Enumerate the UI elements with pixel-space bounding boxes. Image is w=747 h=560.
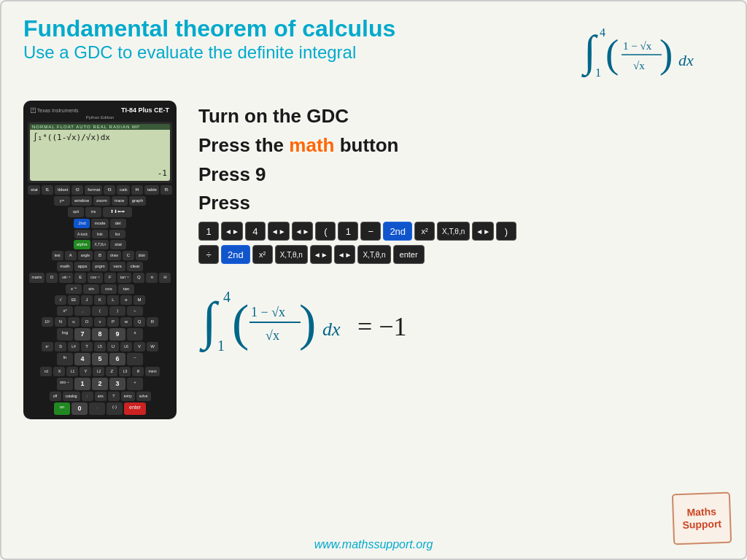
calc-btn-stat2[interactable]: stat xyxy=(110,240,126,249)
calc-btn-m[interactable]: M xyxy=(133,295,145,305)
calc-btn-2nd[interactable]: 2nd xyxy=(74,219,90,228)
calc-btn-k[interactable]: K xyxy=(94,295,106,305)
calc-btn-ee[interactable]: EE xyxy=(68,295,80,305)
calc-btn-o[interactable]: O xyxy=(81,317,93,327)
calc-btn-mem[interactable]: mem xyxy=(145,367,159,376)
calc-btn-j[interactable]: J xyxy=(81,295,93,305)
calc-btn-l3[interactable]: L3 xyxy=(119,367,131,376)
calc-btn-2[interactable]: 2 xyxy=(92,378,108,390)
calc-btn-del[interactable]: del xyxy=(110,219,126,228)
calc-btn-b[interactable]: B xyxy=(94,251,106,260)
calc-btn-f4[interactable]: f4 xyxy=(131,185,143,195)
calc-btn-l1[interactable]: L1 xyxy=(66,367,78,376)
calc-btn-q3[interactable]: ? xyxy=(108,392,120,401)
calc-btn-test[interactable]: test xyxy=(52,251,63,260)
calc-btn-clear[interactable]: clear xyxy=(127,262,143,271)
calc-btn-off[interactable]: off xyxy=(50,392,61,401)
calc-btn-theta[interactable]: θ xyxy=(132,367,144,376)
calc-btn-log[interactable]: log xyxy=(57,328,73,341)
calc-btn-xinv[interactable]: x⁻¹ xyxy=(66,284,82,294)
key2-x2[interactable]: x² xyxy=(252,245,273,264)
calc-btn-link[interactable]: link xyxy=(92,230,108,238)
calc-btn-alock[interactable]: A-lock xyxy=(74,230,90,238)
calc-btn-l[interactable]: L xyxy=(107,295,119,305)
calc-btn-l2[interactable]: L2 xyxy=(93,367,104,376)
key2-enter[interactable]: enter xyxy=(393,245,425,264)
calc-btn-q[interactable]: Q xyxy=(133,273,144,282)
calc-btn-mul[interactable]: x xyxy=(127,328,143,341)
calc-btn-stat[interactable]: stat xyxy=(28,185,40,195)
calc-btn-1[interactable]: 1 xyxy=(74,378,90,390)
calc-btn-calc[interactable]: calc xyxy=(117,185,130,195)
key-xtn[interactable]: X,T,θ,n xyxy=(437,222,470,241)
calc-btn-0[interactable]: 0 xyxy=(71,402,88,415)
calc-btn-tan[interactable]: tan xyxy=(118,284,134,294)
calc-btn-list[interactable]: list xyxy=(109,230,125,238)
calc-btn-l4[interactable]: L4 xyxy=(68,342,80,351)
key-minus[interactable]: − xyxy=(360,222,381,241)
calc-btn-q2[interactable]: Q xyxy=(133,317,145,327)
key-arrow1[interactable]: ◄► xyxy=(221,222,243,241)
calc-btn-rcl[interactable]: rcl xyxy=(40,367,52,376)
calc-btn-f2[interactable]: f2 xyxy=(71,185,83,195)
calc-btn-sin-inv[interactable]: sin⁻¹ xyxy=(59,273,73,282)
calc-btn-dot[interactable]: . xyxy=(89,402,105,415)
key2-2nd[interactable]: 2nd xyxy=(221,245,250,264)
calc-btn-comma[interactable]: , xyxy=(74,306,90,316)
calc-btn-sto[interactable]: sto→ xyxy=(57,378,73,390)
key2-arrow2[interactable]: ◄► xyxy=(334,245,356,264)
calc-btn-f3[interactable]: f3 xyxy=(104,185,115,195)
calc-btn-7[interactable]: 7 xyxy=(74,328,90,341)
calc-btn-pi[interactable]: π xyxy=(146,273,158,282)
key-arrow2[interactable]: ◄► xyxy=(268,222,290,241)
calc-btn-format[interactable]: format xyxy=(85,185,102,195)
calc-btn-a[interactable]: A xyxy=(65,251,77,260)
calc-btn-p[interactable]: P xyxy=(107,317,119,327)
calc-btn-5[interactable]: 5 xyxy=(92,353,108,365)
calc-btn-neg[interactable]: (-) xyxy=(107,402,123,415)
calc-btn-10x[interactable]: 10ˣ xyxy=(42,317,53,327)
calc-btn-w[interactable]: w xyxy=(120,317,132,327)
calc-btn-r[interactable]: R xyxy=(147,317,158,327)
calc-btn-catalog[interactable]: catalog xyxy=(63,392,80,401)
calc-btn-8[interactable]: 8 xyxy=(92,328,108,341)
calc-btn-6[interactable]: 6 xyxy=(109,353,125,365)
key-lparen[interactable]: ( xyxy=(315,222,336,241)
calc-btn-draw[interactable]: draw xyxy=(107,251,121,260)
calc-btn-d[interactable]: D xyxy=(46,273,58,282)
calc-btn-quit[interactable]: quit xyxy=(68,207,84,217)
key-arrow4[interactable]: ◄► xyxy=(472,222,494,241)
calc-btn-s[interactable]: S xyxy=(55,342,66,351)
calc-btn-ans[interactable]: ans xyxy=(95,392,107,401)
calc-btn-plus[interactable]: + xyxy=(127,378,143,390)
key-4[interactable]: 4 xyxy=(245,222,266,241)
calc-btn-rparen[interactable]: ) xyxy=(109,306,125,316)
calc-btn-t[interactable]: T xyxy=(81,342,93,351)
calc-btn-lparen[interactable]: ( xyxy=(92,306,108,316)
calc-btn-alpha[interactable]: alpha xyxy=(74,240,90,249)
calc-btn-e[interactable]: E xyxy=(74,273,86,282)
calc-btn-vars[interactable]: vars xyxy=(109,262,125,271)
key-rparen[interactable]: ) xyxy=(496,222,516,241)
calc-btn-n[interactable]: N xyxy=(55,317,66,327)
key-2nd[interactable]: 2nd xyxy=(383,222,412,241)
calc-btn-xt[interactable]: X,T,θ,n xyxy=(92,240,109,249)
key2-xtn2[interactable]: X,T,θ,n xyxy=(357,245,390,264)
calc-btn-e2[interactable]: e xyxy=(120,295,132,305)
calc-btn-sin[interactable]: sin xyxy=(83,284,99,294)
calc-btn-v[interactable]: v xyxy=(94,317,106,327)
calc-btn-colon[interactable]: : xyxy=(82,392,93,401)
key-x2[interactable]: x² xyxy=(414,222,435,241)
calc-btn-cos[interactable]: cos xyxy=(101,284,117,294)
calc-btn-x2[interactable]: x² xyxy=(57,306,73,316)
calc-btn-matrix[interactable]: matrix xyxy=(29,273,45,282)
calc-btn-9[interactable]: 9 xyxy=(109,328,125,341)
calc-btn-w2[interactable]: W xyxy=(147,342,158,351)
calc-btn-y2[interactable]: Y xyxy=(80,367,91,376)
calc-btn-4[interactable]: 4 xyxy=(74,353,90,365)
key2-div[interactable]: ÷ xyxy=(198,245,219,264)
calc-btn-f1[interactable]: f1 xyxy=(42,185,53,195)
calc-btn-f[interactable]: F xyxy=(104,273,116,282)
calc-btn-angle[interactable]: angle xyxy=(78,251,93,260)
calc-btn-div[interactable]: ÷ xyxy=(127,306,143,316)
